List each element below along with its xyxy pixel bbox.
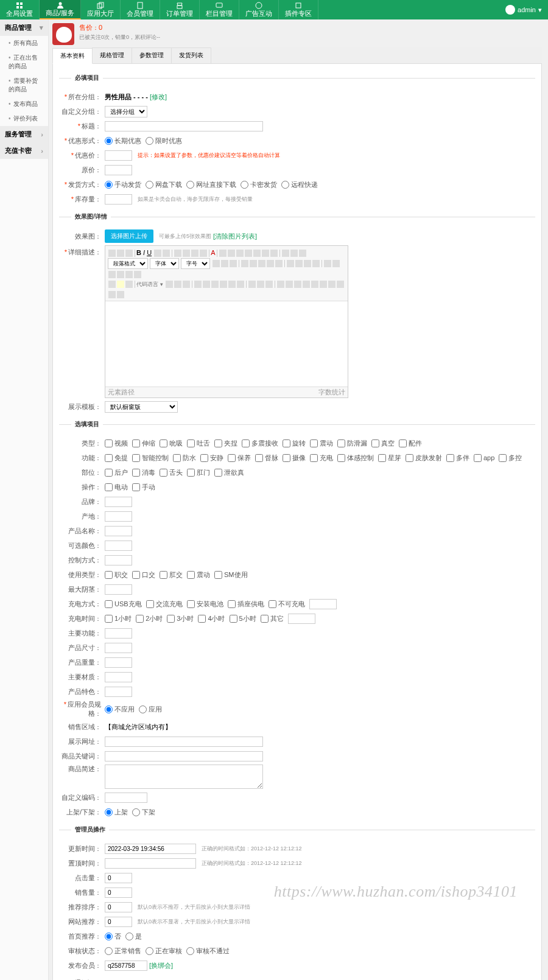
- audit-failed[interactable]: 审核不通过: [186, 947, 230, 956]
- feat-opts-6[interactable]: 摄像: [283, 453, 306, 463]
- ctime-opts-5[interactable]: 其它: [261, 614, 284, 623]
- editor-body[interactable]: [105, 301, 348, 387]
- audit-pending[interactable]: 正在审核: [146, 947, 182, 956]
- pwt-input[interactable]: [105, 657, 132, 668]
- sidebar-item-all[interactable]: 所有商品: [0, 36, 48, 51]
- op-opts-0[interactable]: 电动: [105, 483, 128, 492]
- sidebar-item-reviews[interactable]: 评价列表: [0, 111, 48, 126]
- type-opts-6[interactable]: 旋转: [283, 439, 306, 448]
- recommend-order-input[interactable]: [105, 902, 132, 912]
- feat-opts-9[interactable]: 星芽: [378, 453, 401, 463]
- feat-opts-4[interactable]: 保养: [228, 453, 251, 463]
- nav-global[interactable]: 全局设置: [0, 0, 40, 19]
- ctrl-input[interactable]: [105, 555, 132, 565]
- ctime-opts-1[interactable]: 2小时: [136, 614, 163, 623]
- sticky-time-input[interactable]: [105, 858, 196, 869]
- ship-url[interactable]: 网址直接下载: [186, 180, 236, 189]
- type-opts-4[interactable]: 夹捏: [214, 439, 237, 448]
- keywords-input[interactable]: [105, 751, 263, 761]
- sidebar-item-restock[interactable]: 需要补货的商品: [0, 74, 48, 97]
- mprice-off[interactable]: 不应用: [105, 705, 135, 714]
- side-group-products[interactable]: 商品管理▾: [0, 19, 48, 36]
- type-opts-3[interactable]: 吐舌: [187, 439, 210, 448]
- promo-long[interactable]: 长期优惠: [105, 136, 141, 145]
- feat-opts-5[interactable]: 督脉: [255, 453, 278, 463]
- use-opts-4[interactable]: SM使用: [214, 570, 248, 579]
- mmat-input[interactable]: [105, 672, 132, 682]
- clear-images-link[interactable]: [清除图片列表]: [213, 232, 257, 241]
- mprice-on[interactable]: 应用: [139, 705, 162, 714]
- part-opts-4[interactable]: 泄欲真: [214, 468, 244, 477]
- promo-price-input[interactable]: [105, 150, 132, 161]
- part-opts-3[interactable]: 肛门: [187, 468, 210, 477]
- user-menu[interactable]: admin ▾: [505, 5, 542, 15]
- part-opts-2[interactable]: 舌头: [160, 468, 183, 477]
- charge-opts-3[interactable]: 插座供电: [228, 600, 264, 609]
- nav-plugins[interactable]: 插件专区: [279, 0, 318, 19]
- nav-orders[interactable]: 订单管理: [160, 0, 200, 19]
- stock-input[interactable]: [105, 194, 132, 205]
- edit-category-link[interactable]: [修改]: [150, 93, 167, 102]
- orig-price-input[interactable]: [105, 165, 132, 175]
- ctime-opts-2[interactable]: 3小时: [167, 614, 194, 623]
- part-opts-0[interactable]: 后户: [105, 468, 128, 477]
- type-opts-1[interactable]: 伸缩: [132, 439, 155, 448]
- hits-input[interactable]: [105, 873, 132, 883]
- title-input[interactable]: [105, 121, 263, 131]
- tab-basic[interactable]: 基本资料: [52, 48, 93, 64]
- feat-opts-1[interactable]: 智能控制: [132, 453, 169, 463]
- type-opts-9[interactable]: 真空: [371, 439, 395, 448]
- side-group-cards[interactable]: 充值卡密›: [0, 142, 48, 159]
- update-time-input[interactable]: [105, 844, 196, 854]
- shelf-on[interactable]: 上架: [105, 808, 128, 817]
- nav-members[interactable]: 会员管理: [121, 0, 160, 19]
- feat-opts-7[interactable]: 充电: [310, 453, 333, 463]
- use-opts-0[interactable]: 职交: [105, 570, 128, 579]
- ctime-opts-0[interactable]: 1小时: [105, 614, 132, 623]
- nav-apps[interactable]: 应用大厅: [81, 0, 121, 19]
- feat-opts-2[interactable]: 防水: [173, 453, 196, 463]
- type-opts-10[interactable]: 配件: [399, 439, 422, 448]
- tab-ship[interactable]: 发货列表: [171, 47, 211, 63]
- feat-opts-11[interactable]: 多伴: [446, 453, 469, 463]
- type-opts-0[interactable]: 视频: [105, 439, 128, 448]
- part-opts-1[interactable]: 消毒: [132, 468, 155, 477]
- side-group-service[interactable]: 服务管理›: [0, 126, 48, 142]
- pfeat-input[interactable]: [105, 687, 132, 697]
- use-opts-3[interactable]: 震动: [187, 570, 210, 579]
- color-input[interactable]: [105, 541, 132, 551]
- op-opts-1[interactable]: 手动: [132, 483, 155, 492]
- feat-opts-13[interactable]: 多控: [499, 453, 522, 463]
- template-select[interactable]: 默认橱窗版: [105, 401, 178, 413]
- mfunc-input[interactable]: [105, 628, 132, 639]
- site-recommend-input[interactable]: [105, 917, 132, 927]
- pname-input[interactable]: [105, 526, 132, 536]
- sidebar-item-selling[interactable]: 正在出售的商品: [0, 51, 48, 74]
- use-opts-1[interactable]: 口交: [132, 570, 155, 579]
- use-opts-2[interactable]: 肛交: [160, 570, 183, 579]
- charge-opts-4[interactable]: 不可充电: [269, 600, 305, 609]
- shelf-off[interactable]: 下架: [132, 808, 155, 817]
- ship-card[interactable]: 卡密发货: [241, 180, 277, 189]
- sidebar-item-publish[interactable]: 发布商品: [0, 97, 48, 111]
- feat-opts-10[interactable]: 皮肤发射: [406, 453, 442, 463]
- ship-netdisk[interactable]: 网盘下载: [146, 180, 182, 189]
- editor-toolbar[interactable]: B I U A 段落格式 字体 字号 代码语言 ▾: [105, 246, 348, 301]
- feat-opts-12[interactable]: app: [474, 454, 494, 462]
- desc-textarea[interactable]: [105, 765, 263, 789]
- charge-opts-2[interactable]: 安装电池: [187, 600, 223, 609]
- feat-opts-8[interactable]: 体感控制: [337, 453, 374, 463]
- charge-opts-0[interactable]: USB充电: [105, 600, 142, 609]
- charge-opts-1[interactable]: 交流充电: [146, 600, 183, 609]
- promo-limited[interactable]: 限时优惠: [146, 136, 182, 145]
- type-opts-7[interactable]: 震动: [310, 439, 333, 448]
- nav-products[interactable]: 商品/服务: [40, 0, 81, 19]
- maxdia-input[interactable]: [105, 584, 132, 595]
- origin-input[interactable]: [105, 511, 132, 522]
- custom-group-select[interactable]: 选择分组: [105, 106, 147, 117]
- ship-express[interactable]: 远程快递: [281, 180, 318, 189]
- ctime-opts-4[interactable]: 5小时: [230, 614, 256, 623]
- custom-code-input[interactable]: [105, 793, 147, 803]
- brand-input[interactable]: [105, 497, 132, 507]
- psize-input[interactable]: [105, 643, 132, 653]
